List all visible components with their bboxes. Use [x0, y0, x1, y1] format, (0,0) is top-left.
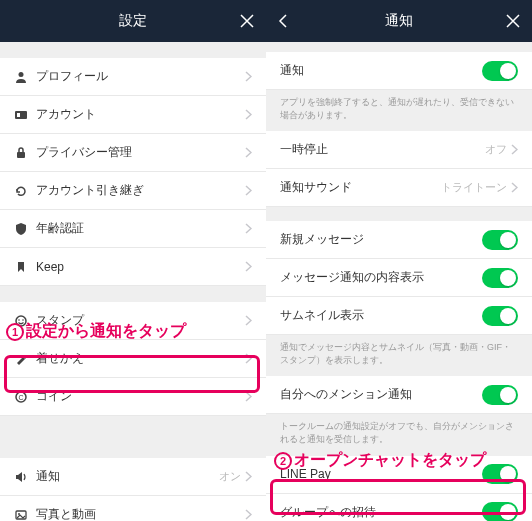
toggle-switch[interactable] — [482, 502, 518, 521]
coin-icon: C — [14, 390, 36, 404]
svg-rect-2 — [17, 113, 20, 117]
notif-row-一時停止[interactable]: 一時停止オフ — [266, 131, 532, 169]
settings-row-写真と動画[interactable]: 写真と動画 — [0, 496, 266, 521]
row-label: 写真と動画 — [36, 506, 241, 521]
chevron-right-icon — [245, 471, 252, 482]
bookmark-icon — [14, 260, 36, 274]
chevron-right-icon — [245, 261, 252, 272]
row-label: 自分へのメンション通知 — [280, 386, 482, 403]
settings-row-Keep[interactable]: Keep — [0, 248, 266, 286]
description: 通知でメッセージ内容とサムネイル（写真・動画・GIF・スタンプ）を表示します。 — [266, 335, 532, 376]
chevron-right-icon — [511, 182, 518, 193]
row-label: プライバシー管理 — [36, 144, 241, 161]
settings-row-着せかえ[interactable]: 着せかえ — [0, 340, 266, 378]
toggle-switch[interactable] — [482, 268, 518, 288]
row-label: 一時停止 — [280, 141, 485, 158]
id-icon — [14, 108, 36, 122]
chevron-right-icon — [245, 315, 252, 326]
chevron-right-icon — [245, 185, 252, 196]
notif-row-通知サウンド[interactable]: 通知サウンドトライトーン — [266, 169, 532, 207]
row-label: 新規メッセージ — [280, 231, 482, 248]
settings-body: プロフィールアカウントプライバシー管理アカウント引き継ぎ年齢認証Keep スタン… — [0, 42, 266, 521]
photo-icon — [14, 508, 36, 522]
svg-rect-1 — [15, 111, 27, 119]
back-icon[interactable] — [278, 0, 288, 42]
row-label: メッセージ通知の内容表示 — [280, 269, 482, 286]
chevron-right-icon — [245, 353, 252, 364]
row-label: 通知 — [36, 468, 219, 485]
notif-row-グループへの招待[interactable]: グループへの招待 — [266, 494, 532, 521]
chevron-right-icon — [245, 71, 252, 82]
toggle-switch[interactable] — [482, 61, 518, 81]
notif-row-自分へのメンション通知[interactable]: 自分へのメンション通知 — [266, 376, 532, 414]
settings-row-アカウント[interactable]: アカウント — [0, 96, 266, 134]
svg-rect-3 — [17, 152, 25, 158]
annotation-2: 2オープンチャットをタップ — [274, 450, 486, 471]
chevron-right-icon — [245, 223, 252, 234]
chevron-right-icon — [511, 144, 518, 155]
close-icon[interactable] — [240, 0, 254, 42]
toggle-switch[interactable] — [482, 230, 518, 250]
chevron-right-icon — [245, 109, 252, 120]
settings-row-年齢認証[interactable]: 年齢認証 — [0, 210, 266, 248]
notification-screen: 通知 通知 アプリを強制終了すると、通知が遅れたり、受信できない場合があります。… — [266, 0, 532, 521]
settings-row-コイン[interactable]: Cコイン — [0, 378, 266, 416]
row-label: プロフィール — [36, 68, 241, 85]
shield-icon — [14, 222, 36, 236]
svg-point-0 — [19, 72, 24, 77]
refresh-icon — [14, 184, 36, 198]
settings-row-通知[interactable]: 通知オン — [0, 458, 266, 496]
notif-row-サムネイル表示[interactable]: サムネイル表示 — [266, 297, 532, 335]
row-label: グループへの招待 — [280, 504, 482, 521]
description: アプリを強制終了すると、通知が遅れたり、受信できない場合があります。 — [266, 90, 532, 131]
brush-icon — [14, 352, 36, 366]
header: 通知 — [266, 0, 532, 42]
header: 設定 — [0, 0, 266, 42]
svg-text:C: C — [18, 394, 23, 401]
row-label: サムネイル表示 — [280, 307, 482, 324]
header-title: 設定 — [119, 12, 147, 30]
notif-row-新規メッセージ[interactable]: 新規メッセージ — [266, 221, 532, 259]
settings-row-プライバシー管理[interactable]: プライバシー管理 — [0, 134, 266, 172]
header-title: 通知 — [385, 12, 413, 30]
settings-row-プロフィール[interactable]: プロフィール — [0, 58, 266, 96]
person-icon — [14, 70, 36, 84]
row-label: アカウント引き継ぎ — [36, 182, 241, 199]
row-label: 着せかえ — [36, 350, 241, 367]
row-value: トライトーン — [441, 180, 507, 195]
toggle-switch[interactable] — [482, 385, 518, 405]
row-label: コイン — [36, 388, 241, 405]
toggle-switch[interactable] — [482, 464, 518, 484]
row-label: 通知サウンド — [280, 179, 441, 196]
chevron-right-icon — [245, 509, 252, 520]
chevron-right-icon — [245, 147, 252, 158]
notif-row-通知[interactable]: 通知 — [266, 52, 532, 90]
row-label: アカウント — [36, 106, 241, 123]
toggle-switch[interactable] — [482, 306, 518, 326]
row-value: オン — [219, 469, 241, 484]
notif-row-メッセージ通知の内容表示[interactable]: メッセージ通知の内容表示 — [266, 259, 532, 297]
lock-icon — [14, 146, 36, 160]
speaker-icon — [14, 470, 36, 484]
settings-row-アカウント引き継ぎ[interactable]: アカウント引き継ぎ — [0, 172, 266, 210]
row-label: 年齢認証 — [36, 220, 241, 237]
chevron-right-icon — [245, 391, 252, 402]
close-icon[interactable] — [506, 0, 520, 42]
row-label: Keep — [36, 260, 241, 274]
annotation-1: 1設定から通知をタップ — [6, 321, 186, 342]
settings-screen: 設定 プロフィールアカウントプライバシー管理アカウント引き継ぎ年齢認証Keep … — [0, 0, 266, 521]
row-label: 通知 — [280, 62, 482, 79]
row-value: オフ — [485, 142, 507, 157]
